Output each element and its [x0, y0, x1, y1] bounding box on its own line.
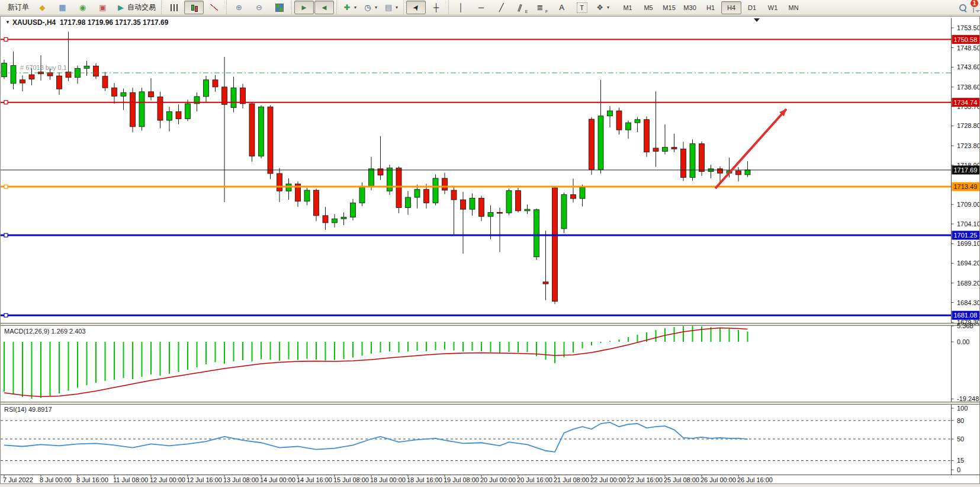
line-handle[interactable] [4, 38, 8, 41]
timeframe-m5[interactable]: M5 [638, 1, 658, 14]
signals-icon-glyph: ◉ [78, 3, 88, 12]
timeframe-d1[interactable]: D1 [742, 1, 762, 14]
timeframe-m30[interactable]: M30 [680, 1, 700, 14]
price-badge-label: 1734.74 [954, 99, 978, 106]
dropdown-caret-icon[interactable]: ▾ [607, 5, 609, 10]
autotrade-button[interactable]: ▶自动交易 [113, 1, 159, 14]
search-icon[interactable] [959, 4, 967, 12]
rsi-scale-label: 80 [957, 417, 964, 424]
trendline-icon[interactable]: ╱ [491, 1, 511, 14]
tile-windows-icon[interactable] [269, 1, 289, 14]
candle [112, 88, 117, 96]
timeframe-h1[interactable]: H1 [701, 1, 721, 14]
signals-icon[interactable]: ◉ [73, 1, 92, 14]
timeframe-w1[interactable]: W1 [763, 1, 783, 14]
chart-shift-icon[interactable]: ◄ [314, 1, 334, 14]
toolbar-left: 新订单◆▦◉▣▶自动交易⊕⊖►◄✚▾◷▾▤▾➤┼│─╱∥E≣FAT❖▾ [2, 1, 615, 14]
fibonacci-icon-glyph: ≣ [535, 3, 545, 12]
time-tick-label: 13 Jul 08:00 [223, 476, 259, 483]
text-icon-glyph: A [557, 3, 567, 12]
rsi-scale-label: 15 [957, 457, 964, 464]
candlestick-chart-icon[interactable] [184, 1, 204, 14]
label-icon[interactable]: T [572, 1, 592, 14]
candle [543, 282, 548, 284]
candle [158, 97, 163, 121]
indicators-icon-glyph: ✚ [342, 3, 352, 12]
time-tick-label: 21 Jul 08:00 [554, 476, 589, 483]
timeframe-m1[interactable]: M1 [618, 1, 638, 14]
hline-icon[interactable]: ─ [471, 1, 491, 14]
time-tick-label: 25 Jul 08:00 [664, 476, 699, 483]
candle [433, 178, 438, 203]
macd-label: MACD(12,26,9) 1.269 2.403 [4, 328, 86, 335]
timeframe-mn[interactable]: MN [783, 1, 804, 14]
line-chart-icon[interactable] [204, 1, 224, 14]
templates-icon[interactable]: ▤▾ [381, 1, 401, 14]
line-handle[interactable] [4, 185, 8, 188]
chart-publish-icon[interactable]: ▦ [53, 1, 72, 14]
new-order-button[interactable]: 新订单 [5, 1, 32, 14]
time-tick-label: 22 Jul 16:00 [627, 476, 663, 483]
cursor-icon[interactable]: ➤ [406, 1, 426, 14]
dropdown-caret-icon[interactable]: ▾ [354, 5, 356, 10]
timeframe-h4[interactable]: H4 [721, 1, 741, 14]
crosshair-icon[interactable]: ┼ [426, 1, 446, 14]
fibonacci-icon[interactable]: ≣F [532, 1, 551, 14]
candle [130, 92, 136, 127]
dropdown-caret-icon[interactable]: ▾ [375, 5, 377, 10]
pane-divider[interactable] [1, 323, 979, 326]
candle [167, 111, 172, 120]
toolbar-group: ➤┼ [403, 1, 448, 14]
expert-advisor-icon[interactable]: ▣ [93, 1, 113, 14]
time-tick-label: 19 Jul 08:00 [444, 476, 479, 483]
candle [185, 104, 191, 118]
line-handle[interactable] [4, 101, 8, 104]
macd-scale-label: 0.00 [957, 338, 969, 345]
zoom-out-icon[interactable]: ⊖ [249, 1, 269, 14]
candle [525, 209, 530, 211]
line-handle[interactable] [4, 313, 8, 317]
collapse-triangle-icon[interactable]: ▼ [5, 20, 10, 25]
notification-badge: 1 [970, 0, 979, 8]
dropdown-caret-icon[interactable]: ▾ [396, 5, 398, 10]
periods-icon[interactable]: ◷▾ [360, 1, 380, 14]
time-tick-label: 14 Jul 16:00 [297, 476, 332, 483]
candle [176, 111, 181, 118]
ticket-icon[interactable]: ◆ [33, 1, 52, 14]
bar-chart-icon[interactable] [164, 1, 184, 14]
time-tick-label: 8 Jul 16:00 [76, 476, 108, 483]
timeframe-group: M1M5M15M30H1H4D1W1MN [615, 1, 806, 14]
toolbar-group: ►◄ [291, 1, 336, 14]
candle [635, 120, 640, 123]
notifications-button[interactable]: 1 [973, 2, 974, 13]
rsi-label: RSI(14) 49.8917 [4, 406, 52, 413]
text-icon[interactable]: A [552, 1, 571, 14]
timeframe-m15[interactable]: M15 [659, 1, 679, 14]
candle [351, 203, 356, 217]
indicators-icon[interactable]: ✚▾ [339, 1, 359, 14]
autoscroll-icon[interactable]: ► [294, 1, 314, 14]
candle [718, 169, 723, 173]
price-tick-label: 1694.20 [957, 259, 979, 267]
candle [451, 190, 457, 200]
candle [240, 88, 246, 104]
pane-divider[interactable] [1, 402, 979, 405]
chart-window: # 67013 buy 0.11753.501748.501743.601738… [0, 16, 980, 484]
vline-icon[interactable]: │ [451, 1, 471, 14]
macd-scale-label: -19.248 [957, 395, 979, 402]
time-axis[interactable]: 7 Jul 20228 Jul 00:008 Jul 16:0011 Jul 0… [3, 475, 773, 484]
candle [488, 213, 493, 217]
price-tick-label: 1728.80 [957, 122, 979, 129]
channel-icon[interactable]: ∥E [512, 1, 531, 14]
time-tick-label: 14 Jul 00:00 [260, 476, 295, 483]
candle [84, 66, 89, 68]
ticket-icon-glyph: ◆ [38, 3, 47, 12]
candle [580, 187, 585, 198]
chart-publish-icon-glyph: ▦ [58, 3, 68, 12]
line-handle[interactable] [4, 233, 8, 237]
candle [406, 197, 411, 207]
zoom-in-icon[interactable]: ⊕ [229, 1, 249, 14]
shapes-icon[interactable]: ❖▾ [592, 1, 612, 14]
periods-icon-glyph: ◷ [363, 3, 372, 12]
candle [94, 66, 99, 76]
